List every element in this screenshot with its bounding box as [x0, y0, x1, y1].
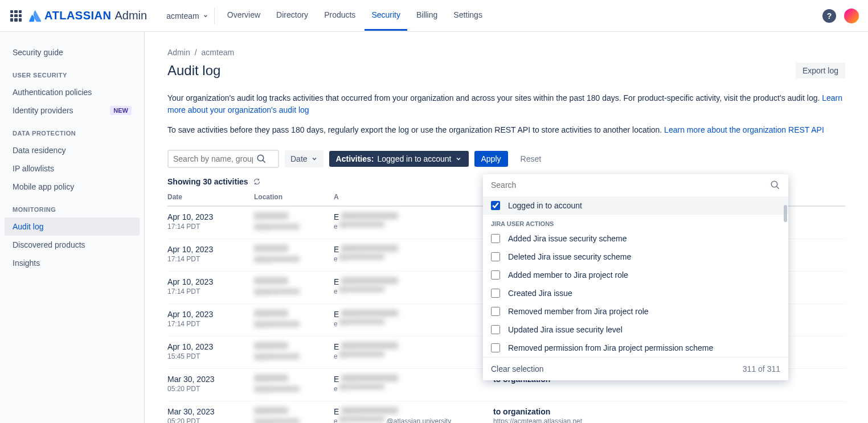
checkbox[interactable] [491, 252, 500, 261]
sidebar-item-label: Mobile app policy [13, 182, 74, 191]
date-cell: Apr 10, 2023 17:14 PDT [167, 277, 254, 298]
dropdown-search-input[interactable] [491, 180, 751, 190]
learn-more-api-link[interactable]: Learn more about the organization REST A… [664, 125, 824, 134]
nav-items: Overview Directory Products Security Bil… [220, 1, 489, 31]
checkbox[interactable] [491, 307, 500, 316]
activities-filter-button[interactable]: Activities: Logged in to account [329, 151, 469, 167]
checkbox[interactable] [491, 201, 500, 210]
sidebar-security-guide[interactable]: Security guide [5, 43, 140, 61]
location-cell: xxxx xxxx [254, 407, 334, 423]
activities-dropdown-panel: Logged in to account JIRA USER ACTIONS A… [483, 174, 788, 380]
org-selector[interactable]: acmteam [161, 8, 215, 24]
sidebar-auth-policies[interactable]: Authentication policies [5, 83, 140, 101]
date-filter-button[interactable]: Date [285, 150, 324, 167]
svg-point-0 [257, 155, 264, 161]
actor-cell: Exxxx exx [334, 277, 493, 298]
breadcrumb-org[interactable]: acmteam [202, 48, 235, 57]
chevron-down-icon [311, 155, 318, 162]
actor-cell: Exxxx exx [334, 310, 493, 330]
search-box[interactable] [167, 150, 279, 168]
sidebar-heading-monitoring: MONITORING [5, 196, 140, 217]
nav-security[interactable]: Security [365, 1, 407, 31]
sidebar-insights[interactable]: Insights [5, 254, 140, 272]
nav-products[interactable]: Products [317, 1, 362, 31]
description-2: To save activities before they pass 180 … [167, 124, 845, 136]
new-badge: NEW [110, 106, 132, 115]
date-cell: Apr 10, 2023 17:14 PDT [167, 212, 254, 233]
avatar[interactable] [844, 9, 859, 23]
dropdown-item[interactable]: Removed permission from Jira project per… [483, 339, 788, 357]
dropdown-item-label: Removed permission from Jira project per… [508, 343, 713, 352]
table-row[interactable]: Mar 30, 2023 05:20 PDT xxxx xxxx Exxxx e… [167, 401, 845, 423]
sidebar-heading-user-security: USER SECURITY [5, 61, 140, 83]
desc-text: Your organization's audit log tracks act… [167, 93, 822, 102]
logo[interactable]: ATLASSIAN Admin [28, 9, 147, 22]
svg-point-2 [771, 181, 777, 187]
sidebar-ip-allowlists[interactable]: IP allowlists [5, 159, 140, 178]
dropdown-body: Logged in to account JIRA USER ACTIONS A… [483, 196, 788, 357]
dropdown-count: 311 of 311 [743, 364, 780, 373]
nav-settings[interactable]: Settings [447, 1, 489, 31]
dropdown-item[interactable]: Deleted Jira issue security scheme [483, 248, 788, 266]
sidebar-data-residency[interactable]: Data residency [5, 141, 140, 159]
chevron-down-icon [203, 13, 208, 19]
col-actor: A [334, 193, 493, 201]
checkbox[interactable] [491, 343, 500, 352]
checkbox[interactable] [491, 325, 500, 334]
checkbox[interactable] [491, 270, 500, 280]
reset-button[interactable]: Reset [514, 151, 548, 167]
nav-directory[interactable]: Directory [269, 1, 315, 31]
location-cell: xxxx xxxx [254, 375, 334, 395]
dropdown-scrollbar[interactable] [784, 205, 787, 222]
dropdown-section-heading: JIRA USER ACTIONS [483, 215, 788, 229]
sidebar-mobile-app-policy[interactable]: Mobile app policy [5, 178, 140, 196]
org-name: acmteam [166, 11, 199, 20]
sidebar-discovered-products[interactable]: Discovered products [5, 236, 140, 254]
date-cell: Apr 10, 2023 17:14 PDT [167, 245, 254, 265]
actor-cell: Exxxx exx [334, 245, 493, 265]
clear-selection-button[interactable]: Clear selection [491, 364, 544, 373]
location-cell: xxxx xxxx [254, 212, 334, 233]
dropdown-item[interactable]: Added member to Jira project role [483, 266, 788, 284]
apply-button[interactable]: Apply [474, 151, 508, 167]
export-log-button[interactable]: Export log [796, 63, 845, 79]
breadcrumb-admin[interactable]: Admin [167, 48, 190, 57]
dropdown-item[interactable]: Added Jira issue security scheme [483, 229, 788, 248]
search-icon [770, 180, 780, 190]
dropdown-footer: Clear selection 311 of 311 [483, 357, 788, 380]
sidebar-item-label: Data residency [13, 146, 65, 155]
dropdown-item-label: Updated Jira issue security level [508, 325, 623, 334]
dropdown-item-label: Removed member from Jira project role [508, 307, 649, 316]
dropdown-item[interactable]: Removed member from Jira project role [483, 302, 788, 321]
checkbox[interactable] [491, 289, 500, 298]
dropdown-item[interactable]: Updated Jira issue security level [483, 321, 788, 339]
help-icon[interactable]: ? [822, 9, 836, 23]
dropdown-item-label: Created Jira issue [508, 289, 572, 298]
location-cell: xxxx xxxx [254, 342, 334, 363]
search-input[interactable] [173, 154, 253, 163]
col-location: Location [254, 193, 334, 201]
sidebar-audit-log[interactable]: Audit log [5, 217, 140, 236]
desc-text: To save activities before they pass 180 … [167, 125, 664, 134]
date-cell: Apr 10, 2023 17:14 PDT [167, 310, 254, 330]
dropdown-item-label: Logged in to account [508, 201, 582, 210]
nav-overview[interactable]: Overview [220, 1, 267, 31]
refresh-icon[interactable] [253, 178, 261, 186]
search-icon [256, 154, 267, 164]
main-content: Admin / acmteam Audit log Export log You… [145, 32, 868, 423]
sidebar-item-label: Audit log [13, 222, 43, 231]
activities-prefix: Activities: [336, 154, 374, 163]
breadcrumb-separator: / [195, 48, 197, 57]
dropdown-item[interactable]: Created Jira issue [483, 284, 788, 302]
brand-name: ATLASSIAN [44, 9, 111, 22]
svg-line-1 [263, 160, 265, 163]
dropdown-item-selected[interactable]: Logged in to account [483, 196, 788, 215]
sidebar-identity-providers[interactable]: Identity providers NEW [5, 101, 140, 120]
atlassian-icon [28, 10, 41, 22]
svg-line-3 [776, 186, 779, 189]
col-date: Date [167, 193, 254, 201]
checkbox[interactable] [491, 234, 500, 243]
nav-billing[interactable]: Billing [410, 1, 444, 31]
location-cell: xxxx xxxx [254, 310, 334, 330]
app-switcher-icon[interactable] [9, 9, 23, 23]
